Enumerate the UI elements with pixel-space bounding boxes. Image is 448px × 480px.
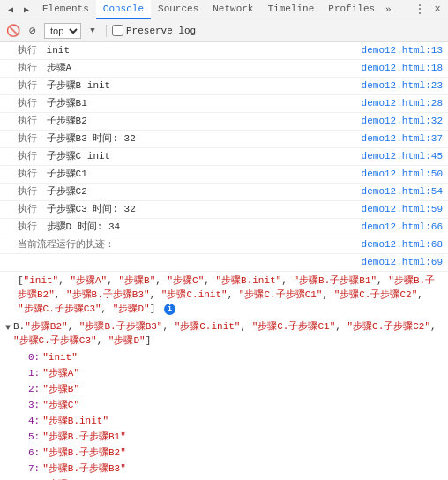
tab-right-icons: ⋮ ×	[413, 3, 444, 17]
preserve-log-checkbox[interactable]	[112, 25, 123, 36]
tab-nav-back[interactable]: ◀	[4, 3, 18, 17]
array-entry-8: 8: "步骤C.init"	[0, 476, 448, 480]
tab-elements[interactable]: Elements	[35, 0, 96, 19]
log-line: 执行 子步骤C init demo12.html:45	[0, 148, 448, 166]
log-line: 执行 子步骤B3 时间: 32 demo12.html:37	[0, 131, 448, 148]
array-expand-row[interactable]: ▼ B."步骤B2", "步骤B.子步骤B3", "步骤C.init", "步骤…	[0, 318, 448, 349]
tab-profiles[interactable]: Profiles	[321, 0, 382, 19]
log-line: 执行 子步骤B1 demo12.html:28	[0, 95, 448, 113]
log-source-link[interactable]: demo12.html:69	[362, 255, 443, 270]
log-line: 执行 子步骤C3 时间: 32 demo12.html:59	[0, 201, 448, 219]
array-entry-0: 0: "init"	[0, 349, 448, 365]
toolbar-separator	[106, 25, 107, 37]
array-entry-2: 2: "步骤B"	[0, 381, 448, 397]
log-source-link[interactable]: demo12.html:66	[362, 220, 443, 235]
clear-console-icon[interactable]: 🚫	[5, 23, 21, 39]
array-entry-3: 3: "步骤C"	[0, 397, 448, 413]
expand-arrow-icon: ▼	[5, 321, 11, 335]
log-source-link[interactable]: demo12.html:45	[362, 149, 443, 164]
log-line: 执行 子步骤C1 demo12.html:50	[0, 166, 448, 184]
console-toolbar: 🚫 ⊘ top ▼ Preserve log	[0, 19, 448, 42]
dropdown-arrow-icon[interactable]: ▼	[85, 23, 101, 39]
tab-network[interactable]: Network	[205, 0, 260, 19]
filter-icon[interactable]: ⊘	[25, 23, 41, 39]
close-icon[interactable]: ×	[430, 3, 444, 17]
array-entry-5: 5: "步骤B.子步骤B1"	[0, 429, 448, 445]
log-line: 当前流程运行的执迹： demo12.html:68	[0, 236, 448, 254]
log-source-link[interactable]: demo12.html:68	[362, 237, 443, 252]
log-line: 执行 子步骤C2 demo12.html:54	[0, 184, 448, 201]
execution-context-select[interactable]: top	[44, 23, 81, 39]
log-source-link[interactable]: demo12.html:50	[362, 167, 443, 182]
array-entry-1: 1: "步骤A"	[0, 365, 448, 381]
array-entry-4: 4: "步骤B.init"	[0, 413, 448, 429]
log-line: 执行 步骤D 时间: 34 demo12.html:66	[0, 219, 448, 236]
tab-more-button[interactable]: »	[382, 3, 395, 17]
log-source-link[interactable]: demo12.html:32	[362, 114, 443, 129]
tab-timeline[interactable]: Timeline	[260, 0, 321, 19]
log-line-empty: demo12.html:69	[0, 254, 448, 272]
log-source-link[interactable]: demo12.html:59	[362, 202, 443, 217]
tab-bar: ◀ ▶ Elements Console Sources Network Tim…	[0, 0, 448, 19]
log-line: 执行 子步骤B2 demo12.html:32	[0, 113, 448, 131]
log-source-link[interactable]: demo12.html:28	[362, 96, 443, 111]
log-source-link[interactable]: demo12.html:13	[362, 43, 443, 58]
log-line: 执行 步骤A demo12.html:18	[0, 60, 448, 78]
settings-icon[interactable]: ⋮	[413, 3, 427, 17]
log-line: 执行 子步骤B init demo12.html:23	[0, 78, 448, 95]
array-entry-6: 6: "步骤B.子步骤B2"	[0, 445, 448, 461]
log-line: 执行 init demo12.html:13	[0, 42, 448, 60]
info-icon: i	[164, 304, 175, 315]
tab-console[interactable]: Console	[96, 0, 151, 19]
tab-nav-forward[interactable]: ▶	[19, 3, 34, 17]
array-inline-display: ["init", "步骤A", "步骤B", "步骤C", "步骤B.init"…	[0, 272, 448, 318]
tab-sources[interactable]: Sources	[151, 0, 205, 19]
log-source-link[interactable]: demo12.html:37	[362, 131, 443, 146]
log-source-link[interactable]: demo12.html:18	[362, 61, 443, 76]
console-output: 执行 init demo12.html:13 执行 步骤A demo12.htm…	[0, 42, 448, 480]
array-entry-7: 7: "步骤B.子步骤B3"	[0, 461, 448, 476]
log-source-link[interactable]: demo12.html:54	[362, 184, 443, 199]
log-source-link[interactable]: demo12.html:23	[362, 79, 443, 94]
preserve-log-label[interactable]: Preserve log	[112, 25, 196, 36]
